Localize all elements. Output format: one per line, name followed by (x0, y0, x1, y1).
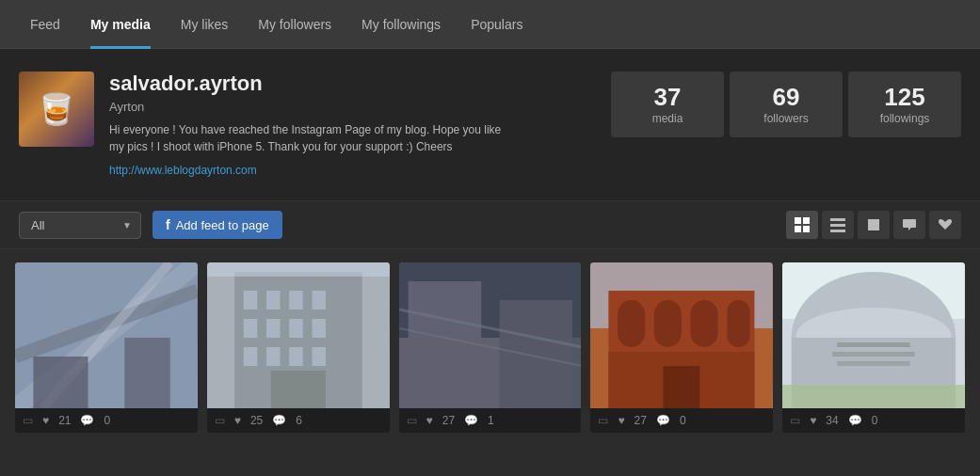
svg-rect-0 (795, 217, 801, 224)
folder-icon-1: ▭ (23, 414, 33, 427)
svg-rect-42 (691, 300, 718, 347)
folder-icon-4: ▭ (598, 414, 608, 427)
stat-label-followers: followers (763, 112, 808, 125)
svg-rect-1 (803, 217, 810, 224)
media-comments-5: 0 (872, 414, 878, 427)
heart-icon-5: ♥ (810, 414, 816, 427)
nav-item-my-followings[interactable]: My followings (346, 0, 456, 49)
profile-left: 🥃 salvador.ayrton Ayrton Hi everyone ! Y… (19, 71, 611, 178)
svg-rect-25 (266, 347, 281, 366)
toolbar: All Recent Popular ▼ f Add feed to page (0, 201, 980, 249)
media-comments-1: 0 (104, 414, 110, 427)
media-footer-1: ▭ ♥ 21 💬 0 (15, 408, 198, 433)
profile-link[interactable]: http://www.leblogdayrton.com (109, 164, 257, 177)
media-card-5[interactable]: ▭ ♥ 34 💬 0 (782, 262, 965, 433)
comment-icon-2: 💬 (272, 414, 286, 427)
svg-rect-12 (33, 357, 88, 408)
media-thumb-2 (207, 262, 390, 408)
folder-icon-5: ▭ (790, 414, 800, 427)
svg-rect-51 (782, 385, 965, 408)
avatar: 🥃 (19, 71, 94, 147)
filter-select[interactable]: All Recent Popular (19, 212, 141, 239)
svg-rect-22 (289, 319, 303, 338)
media-likes-4: 27 (635, 414, 647, 427)
heart-icon-1: ♥ (42, 414, 49, 427)
comment-icon-4: 💬 (656, 414, 670, 427)
svg-rect-54 (837, 361, 910, 366)
toolbar-right (786, 211, 961, 239)
media-likes-3: 27 (442, 414, 455, 427)
stat-number-followings: 125 (884, 84, 924, 111)
media-footer-3: ▭ ♥ 27 💬 1 (399, 408, 582, 433)
svg-rect-17 (266, 291, 281, 309)
media-likes-2: 25 (250, 414, 263, 427)
view-like-button[interactable] (929, 211, 961, 239)
svg-rect-5 (830, 224, 845, 227)
svg-rect-24 (244, 347, 258, 366)
heart-icon-2: ♥ (234, 414, 241, 427)
media-grid: ▭ ♥ 21 💬 0 (0, 249, 980, 446)
media-thumb-5 (782, 262, 965, 408)
nav-item-my-likes[interactable]: My likes (166, 0, 244, 49)
list-icon (830, 217, 845, 232)
folder-icon-3: ▭ (407, 414, 417, 427)
media-card-3[interactable]: ▭ ♥ 27 💬 1 (399, 262, 582, 433)
folder-icon-2: ▭ (215, 414, 225, 427)
view-grid-button[interactable] (786, 211, 818, 239)
svg-rect-43 (728, 300, 750, 347)
svg-rect-28 (271, 371, 326, 408)
stat-box-media[interactable]: 37 media (611, 71, 724, 137)
media-likes-1: 21 (58, 414, 71, 427)
add-feed-button[interactable]: f Add feed to page (153, 211, 282, 239)
nav-item-feed[interactable]: Feed (15, 0, 75, 49)
profile-subtitle: Ayrton (109, 100, 505, 114)
heart-icon (938, 217, 953, 232)
svg-rect-23 (312, 319, 326, 338)
stat-box-followers[interactable]: 69 followers (730, 71, 843, 137)
media-card-4[interactable]: ▭ ♥ 27 💬 0 (590, 262, 773, 433)
heart-icon-3: ♥ (426, 414, 433, 427)
thumb-overlay-3 (399, 262, 582, 408)
profile-username: salvador.ayrton (109, 71, 505, 96)
profile-stats: 37 media 69 followers 125 followings (611, 71, 961, 137)
thumb-overlay-5 (782, 262, 965, 408)
media-thumb-3 (399, 262, 582, 408)
svg-rect-33 (499, 300, 572, 408)
svg-rect-41 (654, 300, 682, 347)
svg-rect-6 (830, 230, 845, 232)
media-card-2[interactable]: ▭ ♥ 25 💬 6 (207, 262, 390, 433)
grid-icon (795, 217, 810, 232)
media-footer-5: ▭ ♥ 34 💬 0 (782, 408, 965, 433)
profile-info: salvador.ayrton Ayrton Hi everyone ! You… (109, 71, 505, 178)
single-icon (866, 217, 881, 232)
comment-icon-3: 💬 (464, 414, 478, 427)
svg-rect-20 (244, 319, 258, 338)
stat-label-media: media (652, 112, 683, 125)
thumb-overlay-2 (207, 262, 390, 408)
view-single-button[interactable] (858, 211, 890, 239)
stat-number-followers: 69 (773, 84, 800, 111)
svg-rect-3 (803, 226, 810, 232)
nav-item-populars[interactable]: Populars (456, 0, 538, 49)
svg-rect-34 (399, 338, 500, 408)
view-list-button[interactable] (822, 211, 854, 239)
svg-rect-26 (289, 347, 303, 366)
nav-item-my-media[interactable]: My media (75, 0, 166, 49)
media-footer-4: ▭ ♥ 27 💬 0 (590, 408, 773, 433)
svg-rect-13 (124, 338, 169, 408)
media-thumb-1 (15, 262, 198, 408)
svg-rect-53 (832, 352, 914, 357)
stat-box-followings[interactable]: 125 followings (848, 71, 961, 137)
facebook-icon: f (166, 217, 170, 232)
svg-rect-2 (795, 226, 801, 232)
top-navigation: Feed My media My likes My followers My f… (0, 0, 980, 49)
media-comments-3: 1 (488, 414, 494, 427)
stat-number-media: 37 (654, 84, 682, 111)
svg-rect-45 (664, 366, 700, 408)
comment-icon (902, 217, 917, 232)
profile-section: 🥃 salvador.ayrton Ayrton Hi everyone ! Y… (0, 49, 980, 201)
media-card-1[interactable]: ▭ ♥ 21 💬 0 (15, 262, 198, 433)
view-comment-button[interactable] (893, 211, 925, 239)
media-footer-2: ▭ ♥ 25 💬 6 (207, 408, 390, 433)
nav-item-my-followers[interactable]: My followers (243, 0, 346, 49)
